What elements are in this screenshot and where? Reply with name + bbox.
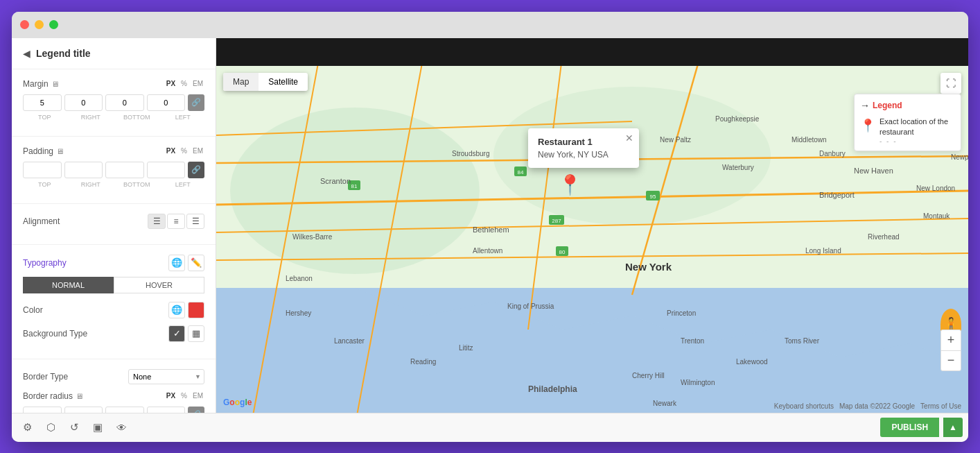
svg-text:King of Prussia: King of Prussia	[507, 302, 554, 310]
map-zoom-controls: + −	[940, 330, 961, 371]
publish-button[interactable]: PUBLISH	[880, 418, 939, 437]
map-data-text: Map data ©2022 Google	[839, 402, 915, 410]
padding-px-btn[interactable]: PX	[165, 146, 177, 155]
legend-dashes: - - -	[880, 137, 955, 145]
bg-classic-btn[interactable]: ✓	[168, 325, 185, 342]
padding-right-input[interactable]	[64, 162, 103, 178]
padding-inputs: 🔗	[23, 162, 204, 178]
margin-left-input[interactable]	[147, 94, 186, 111]
typography-globe-btn[interactable]: 🌐	[168, 255, 185, 271]
svg-text:Toms River: Toms River	[785, 337, 820, 345]
br-right-input[interactable]	[64, 407, 103, 413]
typography-edit-btn[interactable]: ✏️	[188, 255, 204, 271]
padding-link-btn[interactable]: 🔗	[188, 162, 204, 178]
padding-bottom-input[interactable]	[105, 162, 144, 178]
normal-tab[interactable]: NORMAL	[23, 277, 114, 293]
svg-text:80: 80	[559, 249, 566, 255]
terms-link[interactable]: Terms of Use	[920, 402, 961, 410]
responsive-btn[interactable]: ▣	[88, 418, 107, 437]
history-btn[interactable]: ↺	[64, 418, 84, 437]
maximize-button[interactable]	[49, 20, 58, 29]
typography-section: Typography 🌐 ✏️ NORMAL HOVER Color 🌐	[12, 245, 216, 359]
padding-labels: TOP RIGHT BOTTOM LEFT	[23, 181, 204, 188]
br-link-btn[interactable]: 🔗	[188, 407, 204, 413]
border-radius-row: Border radius 🖥 PX % EM	[23, 391, 204, 401]
margin-link-btn[interactable]: 🔗	[188, 94, 204, 111]
padding-em-btn[interactable]: EM	[191, 146, 204, 155]
margin-em-btn[interactable]: EM	[191, 79, 204, 88]
alignment-controls: ☰ ≡ ☰	[148, 214, 204, 229]
br-em-btn[interactable]: EM	[191, 391, 204, 400]
svg-text:Poughkeepsie: Poughkeepsie	[715, 115, 760, 123]
typography-controls: 🌐 ✏️	[168, 255, 204, 271]
align-left-btn[interactable]: ☰	[148, 214, 166, 229]
close-button[interactable]	[20, 20, 29, 29]
hover-tab[interactable]: HOVER	[114, 277, 204, 293]
popup-restaurant-name: Restaurant 1	[538, 137, 618, 147]
legend-item: 📍 Exact location of the restaurant - - -	[860, 117, 955, 146]
padding-top-input[interactable]	[23, 162, 62, 178]
svg-text:Reading: Reading	[410, 358, 436, 366]
br-left-input[interactable]	[147, 407, 186, 413]
publish-dropdown-btn[interactable]: ▲	[943, 418, 963, 437]
border-type-row: Border Type None Solid Dashed Dotted ▼	[23, 369, 204, 384]
padding-left-input[interactable]	[147, 162, 186, 178]
zoom-out-btn[interactable]: −	[940, 350, 961, 371]
align-center-btn[interactable]: ≡	[167, 214, 185, 229]
margin-px-btn[interactable]: PX	[165, 79, 177, 88]
zoom-in-btn[interactable]: +	[940, 330, 961, 350]
svg-text:Wilmington: Wilmington	[681, 379, 715, 386]
sidebar: ◀ Legend title Margin 🖥 PX % EM	[12, 38, 216, 413]
margin-labels: TOP RIGHT BOTTOM LEFT	[23, 114, 204, 121]
margin-left-label: LEFT	[161, 114, 205, 121]
color-label: Color	[23, 305, 43, 315]
color-globe-btn[interactable]: 🌐	[168, 302, 185, 318]
keyboard-shortcuts-link[interactable]: Keyboard shortcuts	[774, 402, 834, 410]
svg-text:Long Island: Long Island	[805, 247, 841, 255]
br-top-input[interactable]	[23, 407, 62, 413]
legend-panel: → Legend 📍 Exact location of the restaur…	[854, 94, 961, 152]
sidebar-header: ◀ Legend title	[12, 38, 216, 69]
layers-btn[interactable]: ⬡	[41, 418, 60, 437]
color-swatch[interactable]	[188, 302, 204, 318]
map-marker[interactable]: 📍	[558, 173, 582, 196]
border-radius-inputs: 🔗	[23, 407, 204, 413]
padding-right-label: RIGHT	[69, 181, 113, 188]
border-type-select[interactable]: None Solid Dashed Dotted	[128, 369, 204, 384]
titlebar	[12, 12, 968, 38]
margin-bottom-input[interactable]	[105, 94, 144, 111]
map-type-satellite-btn[interactable]: Satellite	[259, 73, 308, 91]
svg-text:Newport: Newport	[951, 153, 968, 161]
preview-btn[interactable]: 👁	[112, 418, 131, 437]
typography-row: Typography 🌐 ✏️	[23, 255, 204, 271]
svg-text:Cherry Hill: Cherry Hill	[632, 372, 665, 379]
color-controls: 🌐	[168, 302, 204, 318]
br-px-btn[interactable]: PX	[165, 391, 177, 400]
google-logo: Google	[223, 398, 252, 407]
bg-type-controls: ✓ ▦	[168, 325, 204, 342]
svg-text:New York: New York	[625, 261, 672, 273]
margin-right-input[interactable]	[64, 94, 103, 111]
legend-title: → Legend	[860, 100, 955, 111]
minimize-button[interactable]	[35, 20, 44, 29]
popup-close-btn[interactable]: ✕	[625, 133, 633, 144]
svg-text:Lancaster: Lancaster	[334, 337, 365, 345]
popup-location: New York, NY USA	[538, 150, 618, 160]
align-right-btn[interactable]: ☰	[186, 214, 204, 229]
margin-top-input[interactable]	[23, 94, 62, 111]
alignment-label: Alignment	[23, 216, 60, 226]
svg-text:Montauk: Montauk	[923, 212, 950, 220]
svg-text:Trenton: Trenton	[681, 337, 704, 345]
collapse-icon[interactable]: ◀	[23, 48, 30, 59]
map-fullscreen-btn[interactable]: ⛶	[940, 73, 961, 94]
br-bottom-input[interactable]	[105, 407, 144, 413]
main-window: ◀ Legend title Margin 🖥 PX % EM	[12, 12, 968, 442]
br-pct-btn[interactable]: %	[180, 391, 189, 400]
margin-pct-btn[interactable]: %	[180, 79, 189, 88]
padding-top-label: TOP	[23, 181, 67, 188]
normal-hover-tabs: NORMAL HOVER	[23, 277, 204, 293]
padding-pct-btn[interactable]: %	[180, 146, 189, 155]
map-type-map-btn[interactable]: Map	[223, 73, 259, 91]
settings-btn[interactable]: ⚙	[17, 418, 37, 437]
bg-gradient-btn[interactable]: ▦	[188, 325, 204, 342]
